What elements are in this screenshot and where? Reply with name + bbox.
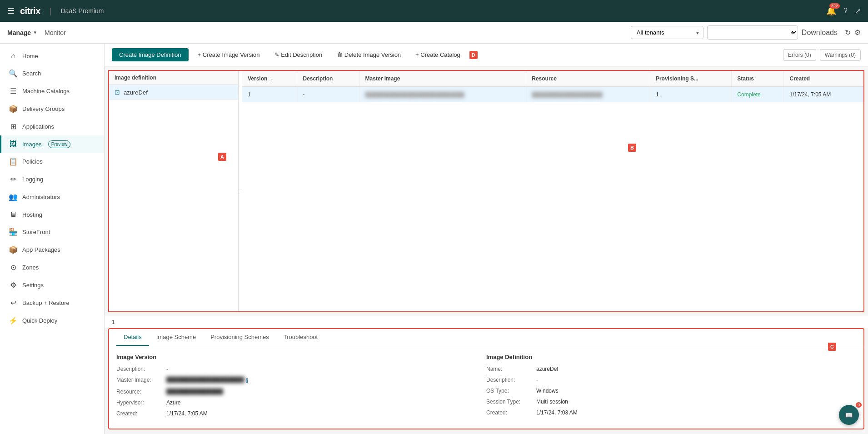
info-icon[interactable]: ℹ: [246, 377, 248, 384]
refresh-icon[interactable]: ↻: [845, 28, 851, 37]
id-name-value: azureDef: [536, 366, 559, 372]
settings-icon[interactable]: ⚙: [854, 28, 861, 37]
id-created-row: Created: 1/17/24, 7:03 AM: [486, 409, 856, 416]
create-image-version-button[interactable]: + Create Image Version: [192, 48, 265, 61]
tenant-select[interactable]: All tenants: [631, 26, 703, 39]
id-os-type-value: Windows: [536, 388, 559, 394]
image-def-title: Image Definition: [486, 354, 856, 360]
main-content: Create Image Definition + Create Image V…: [105, 44, 868, 434]
tab-image-scheme[interactable]: Image Scheme: [149, 329, 203, 346]
table-row[interactable]: 1 - ████████████████████████████ ███████…: [242, 87, 863, 102]
second-select-wrapper: [707, 25, 798, 40]
delete-image-version-button[interactable]: 🗑 Delete Image Version: [331, 48, 406, 61]
sidebar-item-images[interactable]: 🖼 Images Preview: [0, 135, 104, 153]
notifications-button[interactable]: 🔔 322: [826, 6, 836, 16]
sidebar-item-label: Images: [22, 141, 42, 148]
sidebar-item-delivery-groups[interactable]: 📦 Delivery Groups: [0, 100, 104, 118]
create-image-def-button[interactable]: Create Image Definition: [112, 48, 189, 61]
manage-label: Manage: [7, 29, 31, 36]
cell-created: 1/17/24, 7:05 AM: [784, 87, 863, 102]
errors-button[interactable]: Errors (0): [783, 49, 816, 61]
hosting-icon: 🖥: [9, 210, 18, 219]
id-created-value: 1/17/24, 7:03 AM: [536, 409, 578, 416]
images-toolbar: Create Image Definition + Create Image V…: [105, 44, 868, 66]
expand-icon[interactable]: ⤢: [855, 7, 861, 15]
iv-description-label: Description:: [116, 366, 166, 372]
sidebar-item-search[interactable]: 🔍 Search: [0, 65, 104, 82]
quick-deploy-icon: ⚡: [9, 316, 18, 325]
sidebar-item-hosting[interactable]: 🖥 Hosting: [0, 206, 104, 223]
sidebar-item-backup-restore[interactable]: ↩ Backup + Restore: [0, 294, 104, 312]
app-packages-icon: 📦: [9, 245, 18, 254]
tab-details[interactable]: Details: [116, 329, 149, 346]
split-panel: A B Image definition ⊡ azureDef · · ·: [105, 66, 868, 433]
sidebar-item-settings[interactable]: ⚙ Settings: [0, 276, 104, 294]
action-icons: ↻ ⚙: [845, 28, 861, 37]
sidebar-item-zones[interactable]: ⊙ Zones: [0, 259, 104, 276]
tab-troubleshoot[interactable]: Troubleshoot: [276, 329, 325, 346]
col-provisioning[interactable]: Provisioning S...: [650, 71, 731, 87]
marker-a: A: [218, 153, 226, 161]
manage-button[interactable]: Manage ▼: [7, 29, 37, 36]
edit-description-button[interactable]: ✎ Edit Description: [269, 48, 328, 61]
marker-d: D: [469, 51, 478, 59]
bottom-tabs: Details Image Scheme Provisioning Scheme…: [109, 329, 863, 346]
sidebar-item-label: Policies: [22, 158, 43, 165]
sidebar-item-quick-deploy[interactable]: ⚡ Quick Deploy: [0, 312, 104, 329]
floating-badge-count: 9: [856, 402, 862, 408]
col-description[interactable]: Description: [297, 71, 359, 87]
sidebar-item-label: Delivery Groups: [22, 105, 65, 112]
iv-hypervisor-label: Hypervisor:: [116, 399, 166, 406]
hamburger-menu-icon[interactable]: ☰: [7, 6, 15, 16]
sidebar-item-logging[interactable]: ✏ Logging: [0, 170, 104, 188]
sidebar-item-label: Hosting: [22, 211, 42, 218]
sidebar-item-policies[interactable]: 📋 Policies: [0, 153, 104, 170]
id-name-row: Name: azureDef: [486, 366, 856, 372]
created-col-label: Created: [789, 75, 810, 82]
description-col-label: Description: [303, 75, 333, 82]
cell-provisioning: 1: [650, 87, 731, 102]
image-definition-section: Image Definition Name: azureDef Descript…: [486, 354, 856, 421]
id-session-type-row: Session Type: Multi-session: [486, 399, 856, 405]
sidebar-item-home[interactable]: ⌂ Home: [0, 47, 104, 65]
provisioning-col-label: Provisioning S...: [656, 75, 698, 82]
left-panel: Image definition ⊡ azureDef: [109, 71, 239, 311]
sidebar-item-label: App Packages: [22, 246, 60, 253]
monitor-button[interactable]: Monitor: [41, 27, 70, 38]
sidebar-item-storefront[interactable]: 🏪 StoreFront: [0, 223, 104, 241]
iv-description-row: Description: -: [116, 366, 486, 372]
applications-icon: ⊞: [9, 122, 18, 131]
floating-action-button[interactable]: 📖 9: [839, 405, 859, 425]
version-col-label: Version: [248, 75, 267, 82]
id-session-type-value: Multi-session: [536, 399, 568, 405]
settings-nav-icon: ⚙: [9, 281, 18, 289]
iv-resource-value: ████████████████: [166, 389, 223, 395]
second-select[interactable]: [707, 25, 798, 40]
col-master-image[interactable]: Master Image: [359, 71, 526, 87]
sidebar-item-applications[interactable]: ⊞ Applications: [0, 118, 104, 135]
sidebar-item-administrators[interactable]: 👥 Administrators: [0, 188, 104, 206]
sidebar-item-app-packages[interactable]: 📦 App Packages: [0, 241, 104, 259]
col-resource[interactable]: Resource: [526, 71, 650, 87]
sidebar-item-label: Applications: [22, 123, 54, 130]
create-catalog-button[interactable]: + Create Catalog: [410, 48, 466, 61]
col-version[interactable]: Version ↓: [242, 71, 297, 87]
toolbar-right: Errors (0) Warnings (0): [783, 49, 861, 61]
sidebar-item-label: Quick Deploy: [22, 317, 57, 324]
sidebar-item-machine-catalogs[interactable]: ☰ Machine Catalogs: [0, 82, 104, 100]
downloads-link[interactable]: Downloads: [802, 29, 838, 37]
col-created[interactable]: Created: [784, 71, 863, 87]
search-icon: 🔍: [9, 69, 18, 78]
col-status[interactable]: Status: [732, 71, 784, 87]
warnings-button[interactable]: Warnings (0): [820, 49, 861, 61]
tab-provisioning-schemes[interactable]: Provisioning Schemes: [203, 329, 276, 346]
logging-icon: ✏: [9, 175, 18, 184]
image-version-section: Image Version Description: - Master Imag…: [116, 354, 486, 421]
tenant-select-wrapper: All tenants: [631, 26, 703, 39]
image-def-item[interactable]: ⊡ azureDef: [109, 85, 238, 100]
sidebar-item-label: Machine Catalogs: [22, 88, 70, 95]
panel-resize-handle[interactable]: · · ·: [239, 71, 242, 311]
id-os-type-label: OS Type:: [486, 388, 536, 394]
id-description-label: Description:: [486, 377, 536, 383]
help-icon[interactable]: ?: [843, 7, 848, 15]
